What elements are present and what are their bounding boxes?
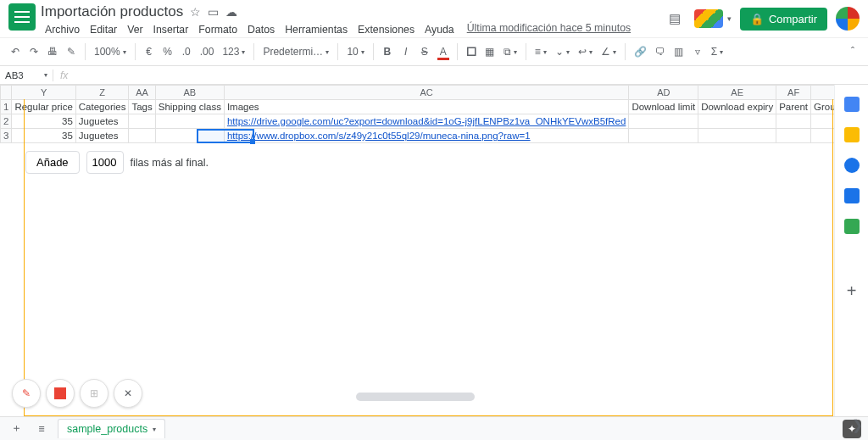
doc-title[interactable]: Importación productos bbox=[41, 3, 183, 20]
cell[interactable]: https://www.dropbox.com/s/z49y21c0t55ql2… bbox=[224, 129, 628, 143]
cell[interactable]: Download expiry bbox=[698, 100, 776, 114]
menu-extensiones[interactable]: Extensiones bbox=[353, 22, 419, 37]
spreadsheet-area[interactable]: Y Z AA AB AC AD AE AF AG AH 1 Regular pr… bbox=[0, 85, 834, 416]
get-addons-icon[interactable]: + bbox=[847, 281, 857, 301]
comment-history-icon[interactable]: ▤ bbox=[664, 9, 686, 28]
undo-icon[interactable]: ↶ bbox=[7, 42, 24, 62]
insert-comment-button[interactable]: 🗨 bbox=[652, 42, 669, 62]
cell[interactable] bbox=[129, 129, 155, 143]
paint-format-icon[interactable]: ✎ bbox=[63, 42, 80, 62]
move-icon[interactable]: ▭ bbox=[208, 5, 219, 19]
menu-ver[interactable]: Ver bbox=[123, 22, 147, 37]
cell[interactable] bbox=[129, 114, 155, 129]
annotate-grid-icon[interactable]: ⊞ bbox=[80, 379, 108, 408]
menu-archivo[interactable]: Archivo bbox=[41, 22, 84, 37]
annotate-square-icon[interactable] bbox=[46, 379, 75, 408]
cell[interactable] bbox=[811, 129, 834, 143]
menu-herramientas[interactable]: Herramientas bbox=[281, 22, 352, 37]
tasks-icon[interactable] bbox=[844, 158, 860, 173]
cell[interactable] bbox=[776, 129, 811, 143]
add-sheet-button[interactable]: ＋ bbox=[7, 421, 25, 436]
row-header[interactable]: 3 bbox=[1, 129, 12, 143]
cell[interactable] bbox=[698, 129, 776, 143]
borders-button[interactable]: ▦ bbox=[481, 42, 498, 62]
maps-icon[interactable] bbox=[844, 219, 860, 234]
bold-button[interactable]: B bbox=[379, 42, 396, 62]
cell[interactable]: Juguetes bbox=[75, 129, 129, 143]
menu-datos[interactable]: Datos bbox=[243, 22, 279, 37]
redo-icon[interactable]: ↷ bbox=[25, 42, 42, 62]
all-sheets-button[interactable]: ≡ bbox=[32, 423, 51, 435]
name-box-dropdown-icon[interactable]: ▾ bbox=[44, 71, 53, 79]
col-header-Z[interactable]: Z bbox=[75, 86, 129, 100]
add-rows-input[interactable] bbox=[86, 151, 124, 174]
cell[interactable]: Images bbox=[224, 100, 628, 114]
cell[interactable]: Shipping class bbox=[155, 100, 224, 114]
percent-button[interactable]: % bbox=[159, 42, 176, 62]
number-format-dropdown[interactable]: 123 bbox=[219, 42, 248, 62]
row-1[interactable]: 1 Regular price Categories Tags Shipping… bbox=[1, 100, 835, 114]
menu-editar[interactable]: Editar bbox=[86, 22, 121, 37]
contacts-icon[interactable] bbox=[844, 188, 860, 203]
cell[interactable] bbox=[155, 129, 224, 143]
hide-sidepanel-icon[interactable]: ❯ bbox=[852, 417, 863, 433]
currency-button[interactable]: € bbox=[141, 42, 158, 62]
cell[interactable]: Juguetes bbox=[75, 114, 129, 129]
cell[interactable] bbox=[811, 114, 834, 129]
cell[interactable]: https://drive.google.com/uc?export=downl… bbox=[224, 114, 628, 129]
account-avatar[interactable] bbox=[836, 7, 860, 31]
cell[interactable] bbox=[776, 114, 811, 129]
zoom-dropdown[interactable]: 100% bbox=[91, 42, 130, 62]
toolbar-collapse-icon[interactable]: ˆ bbox=[844, 42, 861, 62]
insert-link-button[interactable]: 🔗 bbox=[631, 42, 650, 62]
strike-button[interactable]: S bbox=[416, 42, 433, 62]
row-header[interactable]: 1 bbox=[1, 100, 12, 114]
cell[interactable]: 35 bbox=[12, 129, 75, 143]
image-link[interactable]: https://www.dropbox.com/s/z49y21c0t55ql2… bbox=[227, 131, 531, 141]
merge-cells-button[interactable]: ⧉ bbox=[500, 42, 520, 62]
cell[interactable] bbox=[698, 114, 776, 129]
horizontal-scrollbar[interactable] bbox=[356, 393, 475, 401]
col-header-AE[interactable]: AE bbox=[698, 86, 776, 100]
cell[interactable]: Categories bbox=[75, 100, 129, 114]
cell[interactable]: Download limit bbox=[629, 100, 698, 114]
font-size-dropdown[interactable]: 10 bbox=[343, 42, 367, 62]
text-rotate-button[interactable]: ∠ bbox=[598, 42, 620, 62]
col-header-AF[interactable]: AF bbox=[776, 86, 811, 100]
column-header-row[interactable]: Y Z AA AB AC AD AE AF AG AH bbox=[1, 86, 835, 100]
row-header[interactable]: 2 bbox=[1, 114, 12, 129]
font-family-dropdown[interactable]: Predetermi… bbox=[259, 42, 332, 62]
col-header-AA[interactable]: AA bbox=[129, 86, 155, 100]
col-header-AD[interactable]: AD bbox=[629, 86, 698, 100]
increase-decimals-button[interactable]: .00 bbox=[197, 42, 218, 62]
annotate-pen-icon[interactable]: ✎ bbox=[12, 379, 41, 408]
italic-button[interactable]: I bbox=[398, 42, 415, 62]
horizontal-align-button[interactable]: ≡ bbox=[531, 42, 550, 62]
col-header-Y[interactable]: Y bbox=[12, 86, 75, 100]
menu-ayuda[interactable]: Ayuda bbox=[420, 22, 459, 37]
cloud-icon[interactable]: ☁ bbox=[225, 5, 237, 19]
menu-formato[interactable]: Formato bbox=[194, 22, 242, 37]
meet-icon[interactable] bbox=[694, 9, 723, 28]
row-2[interactable]: 2 35 Juguetes https://drive.google.com/u… bbox=[1, 114, 835, 129]
add-rows-button[interactable]: Añade bbox=[25, 151, 80, 174]
col-header-AC[interactable]: AC bbox=[224, 86, 628, 100]
name-box[interactable]: AB3 bbox=[0, 70, 44, 81]
vertical-align-button[interactable]: ⌄ bbox=[552, 42, 573, 62]
sheets-logo[interactable] bbox=[8, 3, 36, 31]
share-button[interactable]: 🔒 Compartir bbox=[740, 8, 827, 31]
cell[interactable] bbox=[629, 114, 698, 129]
col-header-AB[interactable]: AB bbox=[155, 86, 224, 100]
row-3[interactable]: 3 35 Juguetes https://www.dropbox.com/s/… bbox=[1, 129, 835, 143]
cell[interactable]: Parent bbox=[776, 100, 811, 114]
annotate-close-icon[interactable]: ✕ bbox=[114, 379, 142, 408]
create-filter-button[interactable]: ▿ bbox=[689, 42, 706, 62]
cell[interactable]: Tags bbox=[129, 100, 155, 114]
last-edit[interactable]: Última modificación hace 5 minutos bbox=[467, 22, 631, 37]
sheet-tab-sample-products[interactable]: sample_products ▾ bbox=[58, 419, 165, 438]
col-header-AG[interactable]: AG bbox=[811, 86, 834, 100]
cell[interactable] bbox=[155, 114, 224, 129]
cell[interactable]: 35 bbox=[12, 114, 75, 129]
text-color-button[interactable]: A bbox=[435, 42, 452, 62]
functions-button[interactable]: Σ bbox=[708, 42, 726, 62]
